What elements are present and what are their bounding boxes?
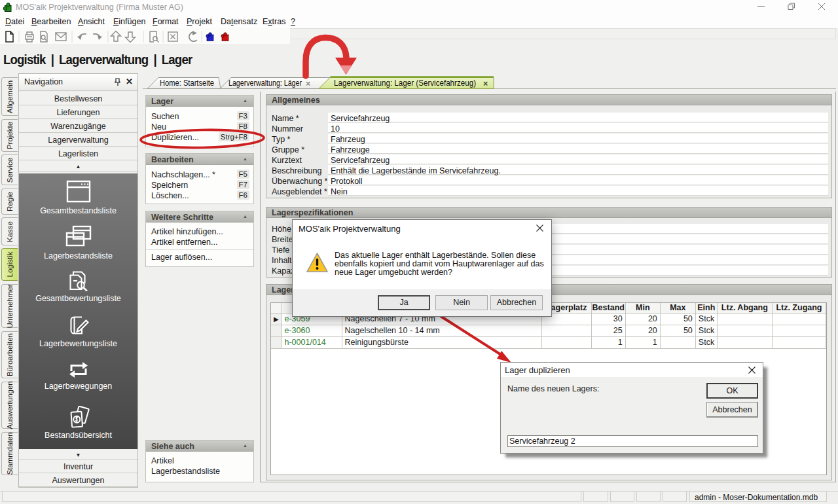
svg-text:×: ×: [483, 79, 488, 88]
svg-text:Home: Startseite: Home: Startseite: [160, 79, 214, 88]
svg-text:Lagerverwaltung: Läger: Lagerverwaltung: Läger: [228, 79, 302, 88]
svg-text:×: ×: [306, 79, 310, 88]
svg-text:Lagerverwaltung: Lager (Servic: Lagerverwaltung: Lager (Servicefahrzeug): [334, 79, 476, 88]
